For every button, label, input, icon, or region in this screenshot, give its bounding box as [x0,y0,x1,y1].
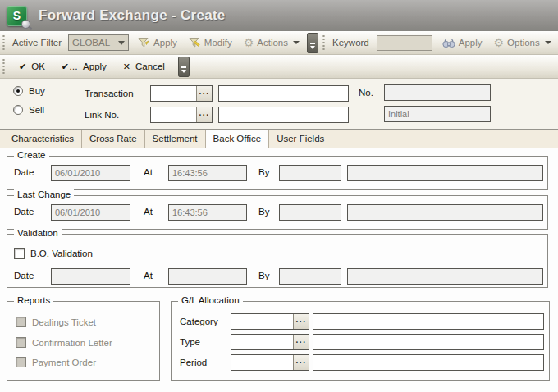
gear-icon: ⚙ [494,37,505,48]
category-description-field[interactable] [313,313,544,330]
confirmation-letter-checkbox [16,337,26,348]
radio-selected-icon [13,86,23,96]
reports-group: Reports Dealings Ticket Confirmation Let… [7,301,160,381]
filter-apply-label: Apply [153,38,177,48]
options-menu-button[interactable]: ⚙ Options [494,37,551,48]
period-lookup-field[interactable]: ··· [231,354,309,371]
toolbar-overflow-button[interactable] [307,33,318,53]
type-label: Type [180,337,200,347]
ok-button[interactable]: ✔ OK [19,62,45,72]
transaction-description-field[interactable] [218,85,349,102]
active-filter-select: GLOBAL [68,34,129,51]
ellipsis-button[interactable]: ··· [293,314,309,329]
link-no-code-value [151,107,196,122]
toolbar-grip[interactable] [2,59,6,74]
reports-group-legend: Reports [14,295,53,305]
period-code-value [231,355,293,370]
keyword-apply-button[interactable]: Apply [442,38,483,48]
actions-label: Actions [257,38,288,48]
transaction-lookup-field[interactable]: ··· [150,85,213,102]
last-change-date-label: Date [14,207,34,217]
back-office-panel: Create Date 06/01/2010 At 16:43:56 By La… [0,148,558,392]
link-no-description-field[interactable] [218,107,349,123]
no-label: No. [359,88,373,98]
type-description-field[interactable] [313,334,544,350]
keyword-label: Keyword [332,38,369,48]
toolbar-grip[interactable] [2,35,6,50]
transaction-code-value [151,86,196,101]
toolbar-grip[interactable] [322,35,326,50]
validation-by-name-field [347,268,543,285]
type-lookup-field[interactable]: ··· [231,334,309,350]
create-group-legend: Create [14,150,49,160]
confirmation-letter-label: Confirmation Letter [32,338,112,348]
logo-letter: S [13,10,21,21]
tab-settlement[interactable]: Settlement [145,130,206,148]
filter-apply-button[interactable]: Apply [138,37,177,48]
actions-menu-button[interactable]: ⚙ Actions [244,37,300,48]
create-time-field: 16:43:56 [168,165,247,181]
last-change-at-label: At [144,207,153,217]
filter-modify-icon [189,37,201,48]
bo-validation-checkbox[interactable] [14,248,25,259]
buy-radio[interactable]: Buy [13,86,45,96]
tab-characteristics[interactable]: Characteristics [4,130,82,148]
category-lookup-field[interactable]: ··· [231,313,309,330]
number-field [384,84,491,101]
chevron-down-icon [115,41,128,45]
create-date-label: Date [14,167,34,177]
ellipsis-button[interactable]: ··· [293,335,309,349]
last-change-by-user-field [279,204,341,221]
last-change-by-name-field [347,204,543,221]
title-bar: S Forward Exchange - Create [0,0,558,31]
dealings-ticket-label: Dealings Ticket [32,317,96,327]
link-no-label: Link No. [85,110,119,120]
last-change-date-field: 06/01/2010 [51,204,130,221]
options-label: Options [507,38,540,48]
create-group: Create Date 06/01/2010 At 16:43:56 By [7,156,548,190]
toolbar-overflow-button[interactable] [178,57,190,77]
apply-label: Apply [83,62,107,71]
sell-radio[interactable]: Sell [13,105,44,115]
last-change-by-label: By [258,207,269,217]
tab-user-fields[interactable]: User Fields [269,130,332,148]
filter-apply-icon [138,37,150,48]
create-by-name-field [347,165,543,181]
validation-at-label: At [144,271,153,280]
active-filter-label: Active Filter [12,38,62,48]
link-no-lookup-field[interactable]: ··· [150,107,213,123]
filter-modify-button[interactable]: Modify [189,37,232,48]
bo-validation-label: B.O. Validation [30,248,93,258]
tab-bar: Characteristics Cross Rate Settlement Ba… [0,129,558,148]
chevron-down-icon [545,41,551,44]
check-ellipsis-icon: ✔… [62,62,78,72]
apply-button[interactable]: ✔… Apply [62,62,107,72]
ellipsis-button[interactable]: ··· [196,86,212,101]
keyword-apply-label: Apply [459,38,483,48]
tab-cross-rate[interactable]: Cross Rate [82,130,145,148]
ellipsis-button[interactable]: ··· [293,355,309,370]
ellipsis-button[interactable]: ··· [196,107,212,122]
validation-group-legend: Validation [14,228,62,238]
cancel-label: Cancel [135,62,165,71]
cancel-button[interactable]: ✕ Cancel [123,62,165,72]
check-icon: ✔ [19,62,26,72]
app-window: S Forward Exchange - Create Active Filte… [0,0,558,392]
period-description-field[interactable] [313,354,544,371]
create-at-label: At [144,167,153,177]
transaction-label: Transaction [85,89,134,98]
keyword-input [377,35,432,51]
period-label: Period [180,358,207,367]
gl-allocation-group: G/L Allocation Category ··· Type ··· Per… [171,301,550,381]
app-logo-icon: S [7,6,27,26]
chevron-down-icon [293,41,300,44]
create-by-label: By [258,167,269,177]
type-code-value [231,335,293,349]
filter-toolbar: Active Filter GLOBAL Apply Modify ⚙ Acti… [0,31,558,55]
payment-order-checkbox [16,357,26,367]
dealings-ticket-checkbox [16,317,26,327]
sell-label: Sell [29,105,44,115]
tab-back-office[interactable]: Back Office [206,130,270,148]
last-change-group: Last Change Date 06/01/2010 At 16:43:56 … [7,195,548,230]
magnifier-icon [21,20,30,29]
